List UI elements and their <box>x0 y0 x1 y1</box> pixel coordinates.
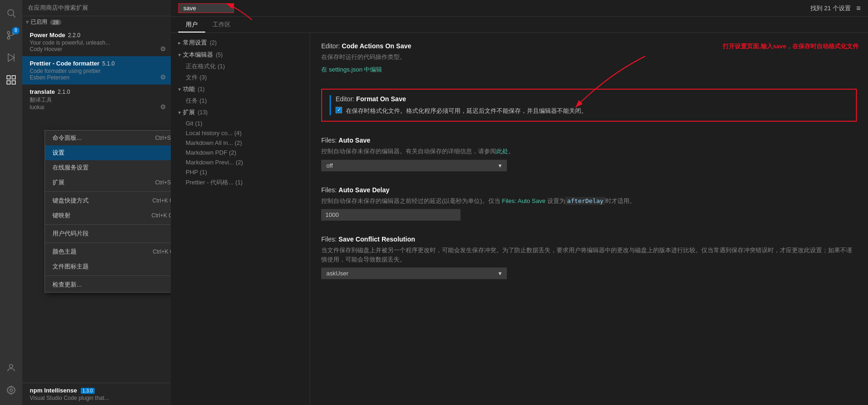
format-on-save-box: Editor: Format On Save 在保存时格式化文件。格式化程序必须… <box>321 89 857 122</box>
svg-point-12 <box>9 365 13 368</box>
source-control-activity-icon[interactable]: 8 <box>0 24 22 46</box>
nav-git[interactable]: Git (1) <box>171 118 310 128</box>
auto-save-delay-input[interactable] <box>321 209 460 221</box>
nav-text-editor[interactable]: ▾ 文本编辑器 (5) <box>171 49 310 61</box>
nav-formatting-label: 正在格式化 <box>186 63 216 70</box>
settings-search-input[interactable] <box>178 3 234 13</box>
nav-common-settings[interactable]: ▸ 常用设置 (2) <box>171 37 310 49</box>
nav-chevron-common: ▸ <box>178 40 181 46</box>
menu-file-icon-theme-label: 文件图标主题 <box>52 262 89 271</box>
extension-translate[interactable]: translate2.1.0 翻译工具 luokai ⚙ <box>22 85 171 114</box>
extension-power-mode[interactable]: Power Mode2.2.0 Your code is powerful, u… <box>22 28 171 56</box>
save-conflict-desc: 当文件保存到磁盘上并被另一个程序更改时，可能会发生保存冲突。为了防止数据丢失，要… <box>321 246 857 264</box>
setting-auto-save: Files: Auto Save 控制自动保存未保存的编辑器。有关自动保存的详细… <box>321 137 857 171</box>
npm-version: 1.3.0 <box>81 388 95 394</box>
accounts-activity-icon[interactable] <box>0 357 22 379</box>
menu-file-icon-theme[interactable]: 文件图标主题 <box>45 259 171 274</box>
ext-version-translate: 2.1.0 <box>58 89 70 95</box>
blue-bar <box>330 95 331 116</box>
extension-prettier[interactable]: Prettier - Code formatter5.1.0 Code form… <box>22 56 171 85</box>
auto-save-delay-after-code: 时才适用。 <box>605 197 635 204</box>
extensions-activity-icon[interactable] <box>0 69 22 91</box>
menu-separator-4 <box>45 275 171 276</box>
menu-keymaps-shortcut: Ctrl+K Ctrl+M <box>151 212 171 219</box>
menu-online-services[interactable]: 在线服务设置 <box>45 160 171 175</box>
main-content: 找到 21 个设置 ≡ 用户 工作区 ▸ 常用设置 (2) ▾ 文本编辑器 (5… <box>171 0 868 405</box>
ext-name-translate: translate <box>30 88 55 95</box>
tab-workspace[interactable]: 工作区 <box>205 17 238 33</box>
nav-formatting[interactable]: 正在格式化 (1) <box>171 61 310 72</box>
nav-files-sub[interactable]: 文件 (3) <box>171 72 310 83</box>
nav-extensions[interactable]: ▾ 扩展 (13) <box>171 106 310 118</box>
nav-php[interactable]: PHP (1) <box>171 167 310 177</box>
nav-markdown-all[interactable]: Markdown All in... (2) <box>171 138 310 148</box>
ext-desc-prettier: Code formatter using prettier <box>30 68 165 74</box>
menu-snippets[interactable]: 用户代码片段 <box>45 226 171 241</box>
auto-save-delay-code: afterDelay <box>565 197 605 205</box>
npm-intellisense-item[interactable]: npm Intellisense 1.3.0 Visual Studio Cod… <box>22 383 171 405</box>
menu-keymaps-label: 键映射 <box>52 211 71 220</box>
menu-command-palette[interactable]: 命令面板... Ctrl+Shift+P <box>45 131 171 145</box>
nav-markdown-prev[interactable]: Markdown Previ... (2) <box>171 157 310 167</box>
search-activity-icon[interactable] <box>0 2 22 24</box>
ext-desc-translate: 翻译工具 <box>30 96 165 104</box>
nav-local-history[interactable]: Local history co... (4) <box>171 128 310 138</box>
auto-save-delay-desc: 控制自动保存未保存的编辑器之前经过的延迟(以毫秒为单位)。仅当 Files: A… <box>321 196 857 206</box>
ext-gear-prettier[interactable]: ⚙ <box>160 73 166 81</box>
code-actions-link[interactable]: 在 settings.json 中编辑 <box>321 66 382 73</box>
settings-content: 打开设置页面,输入save，在保存时自动格式化文件 Editor: Code A… <box>310 33 868 405</box>
save-conflict-dropdown[interactable]: askUser ▾ <box>321 268 507 279</box>
menu-keymaps[interactable]: 键映射 Ctrl+K Ctrl+M <box>45 208 171 223</box>
menu-command-palette-label: 命令面板... <box>52 134 82 142</box>
tab-user[interactable]: 用户 <box>178 17 205 33</box>
nav-prettier[interactable]: Prettier - 代码格... (1) <box>171 177 310 188</box>
run-activity-icon[interactable] <box>0 46 22 69</box>
nav-common-label: 常用设置 <box>183 39 207 47</box>
nav-chevron-features: ▾ <box>178 86 181 92</box>
format-on-save-inner: Editor: Format On Save 在保存时格式化文件。格式化程序必须… <box>330 95 849 116</box>
menu-color-theme[interactable]: 颜色主题 Ctrl+K Ctrl+T <box>45 244 171 259</box>
menu-extensions[interactable]: 扩展 Ctrl+Shift+X <box>45 175 171 190</box>
code-actions-title-bold: Code Actions On Save <box>342 42 411 50</box>
menu-settings[interactable]: 设置 Ctrl+, <box>45 145 171 160</box>
ext-author-power: Cody Hoover <box>30 46 165 52</box>
format-on-save-checkbox[interactable] <box>336 107 342 113</box>
ext-header-prettier: Prettier - Code formatter5.1.0 <box>30 60 165 67</box>
auto-save-delay-link[interactable]: Files: Auto Save <box>502 197 545 204</box>
nav-common-count: (2) <box>210 39 217 46</box>
ext-version-prettier: 5.1.0 <box>102 60 115 67</box>
top-bar-right: 找到 21 个设置 ≡ <box>810 4 861 13</box>
activity-bar: 8 <box>0 0 22 405</box>
auto-save-title: Files: Auto Save <box>321 137 857 144</box>
sidebar: 在应用商店中搜索扩展 ▿ 已启用 28 Power Mode2.2.0 Your… <box>22 0 171 405</box>
enabled-section-header[interactable]: ▿ 已启用 28 <box>22 16 171 28</box>
auto-save-delay-desc-text: 控制自动保存未保存的编辑器之前经过的延迟(以毫秒为单位)。仅当 <box>321 197 502 204</box>
nav-local-history-count: (4) <box>234 130 242 137</box>
save-conflict-dropdown-value: askUser <box>326 270 349 277</box>
nav-chevron-ext: ▾ <box>178 110 181 116</box>
settings-nav: ▸ 常用设置 (2) ▾ 文本编辑器 (5) 正在格式化 (1) 文件 (3) … <box>171 33 310 405</box>
nav-tasks[interactable]: 任务 (1) <box>171 95 310 106</box>
menu-check-updates[interactable]: 检查更新... <box>45 277 171 292</box>
menu-icon[interactable]: ≡ <box>856 4 861 13</box>
svg-rect-8 <box>7 76 10 79</box>
npm-name-row: npm Intellisense 1.3.0 <box>30 387 165 394</box>
ext-gear-translate[interactable]: ⚙ <box>160 103 166 111</box>
nav-markdown-pdf[interactable]: Markdown PDF (2) <box>171 148 310 157</box>
code-actions-title: Editor: Code Actions On Save <box>321 42 857 50</box>
setting-code-actions: Editor: Code Actions On Save 在保存时运行的代码操作… <box>321 42 857 74</box>
menu-check-updates-label: 检查更新... <box>52 281 82 289</box>
nav-text-label: 文本编辑器 <box>183 51 213 59</box>
nav-features-label: 功能 <box>183 85 195 93</box>
enabled-chevron: ▿ <box>26 19 29 25</box>
nav-tasks-count: (1) <box>200 97 207 104</box>
ext-header-translate: translate2.1.0 <box>30 88 165 95</box>
gear-activity-icon[interactable] <box>0 379 22 401</box>
auto-save-dropdown[interactable]: off ▾ <box>321 160 507 171</box>
nav-features[interactable]: ▾ 功能 (1) <box>171 83 310 95</box>
menu-keyboard-shortcuts[interactable]: 键盘快捷方式 Ctrl+K Ctrl+S <box>45 193 171 208</box>
auto-save-link[interactable]: 此处 <box>496 148 508 155</box>
nav-php-count: (1) <box>200 169 207 176</box>
settings-tabs: 用户 工作区 <box>171 17 868 33</box>
ext-gear-power[interactable]: ⚙ <box>160 45 166 52</box>
